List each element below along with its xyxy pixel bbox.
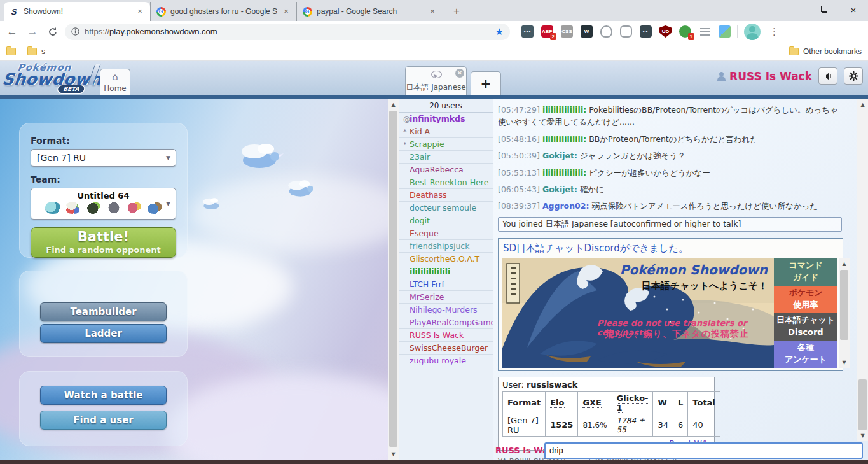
user-list-item[interactable]: MrSerize: [399, 291, 493, 304]
user-list-item[interactable]: 23air: [399, 151, 493, 164]
wave-banner-image: Pokémon Showdown 日本語チャットへようこそ！ Please do…: [502, 258, 774, 368]
address-bar[interactable]: https://play.pokemonshowdown.com ★: [65, 24, 510, 40]
message-text: 弱点保険バトンアメモース作ろうと思ったけど使い所なかった: [592, 201, 818, 211]
user-list-item[interactable]: *Scrappie: [399, 138, 493, 151]
extension-adblock-icon[interactable]: ABP2: [541, 25, 553, 38]
message-username[interactable]: ililililililili:: [542, 105, 586, 115]
profile-avatar[interactable]: [744, 24, 761, 40]
extension-panda-icon[interactable]: [620, 25, 632, 38]
extension-css-icon[interactable]: CSS: [561, 25, 573, 38]
bookmarks-bar: s Other bookmarks: [0, 42, 868, 61]
extension-dualdot-icon[interactable]: ••: [640, 25, 652, 38]
user-list-item[interactable]: friendshipsjuck: [399, 240, 493, 253]
banner-scrollbar[interactable]: ▲ ▼: [839, 258, 850, 368]
extension-oneclick-icon[interactable]: 1: [679, 25, 691, 38]
scroll-down-icon[interactable]: ▼: [839, 357, 850, 368]
battle-button[interactable]: Battle! Find a random opponent: [31, 227, 176, 258]
banner-button[interactable]: 日本語チャット Discord: [774, 313, 837, 341]
scroll-down-icon[interactable]: ▼: [857, 430, 868, 441]
user-list-item[interactable]: ililililililili: [399, 265, 493, 278]
user-list-item[interactable]: AquaRebecca: [399, 164, 493, 176]
discord-link[interactable]: SD日本語チャットDiscordができました。: [503, 243, 688, 255]
message-username[interactable]: Gokijet:: [542, 185, 577, 194]
banner-button[interactable]: コマンド ガイド: [774, 258, 837, 286]
close-button[interactable]: ×: [839, 0, 868, 19]
tab-close-icon[interactable]: ×: [135, 6, 145, 17]
home-scrollbar[interactable]: ▲ ▼: [388, 99, 399, 460]
user-list-item[interactable]: SwissCheeseBurger: [399, 342, 493, 355]
current-username[interactable]: RUSS Is Wack: [729, 70, 812, 83]
chat-input[interactable]: [544, 442, 863, 459]
browser-tab-showdown[interactable]: S Showdown! ×: [4, 2, 150, 21]
user-list-item[interactable]: @infinitymkds: [399, 113, 493, 125]
bookmark-star-icon[interactable]: ★: [495, 26, 504, 38]
user-list-item[interactable]: *Kid A: [399, 125, 493, 138]
user-list-item[interactable]: dogit: [399, 214, 493, 227]
restore-button[interactable]: [809, 0, 839, 19]
scroll-down-icon[interactable]: ▼: [388, 449, 399, 460]
showdown-header: Pokémon Showdown BETA ⌂ Home ✕ 日本語 Japan…: [0, 61, 868, 95]
extension-w-icon[interactable]: W: [581, 25, 593, 38]
bookmark-folder-s[interactable]: s: [27, 47, 45, 56]
scrollbar-thumb[interactable]: [840, 270, 848, 340]
ladder-button[interactable]: Ladder: [40, 324, 167, 343]
extension-dots-icon[interactable]: •••: [521, 25, 534, 38]
user-count[interactable]: 20 users: [399, 99, 493, 113]
reload-button[interactable]: [45, 24, 61, 40]
forward-icon: →: [27, 25, 38, 38]
user-name: RUSS Is Wack: [410, 330, 464, 340]
bookmark-folder-1[interactable]: [6, 48, 16, 55]
banner-button[interactable]: 各種 アンケート: [774, 341, 837, 368]
message-username[interactable]: Gokijet:: [542, 151, 577, 160]
teambuilder-button[interactable]: Teambuilder: [40, 302, 167, 321]
watch-battle-button[interactable]: Watch a battle: [40, 386, 167, 405]
new-room-button[interactable]: +: [471, 71, 501, 95]
scrollbar-thumb[interactable]: [858, 379, 867, 430]
browser-menu-icon[interactable]: ⋮: [764, 26, 784, 38]
other-bookmarks[interactable]: Other bookmarks: [780, 45, 862, 58]
extension-ublock-icon[interactable]: UD: [659, 25, 672, 38]
stat-losses: 6: [673, 414, 688, 436]
user-list-item[interactable]: zugubu royale: [399, 355, 493, 367]
tab-close-icon[interactable]: ×: [427, 6, 437, 17]
user-list-item[interactable]: GliscortheG.O.A.T: [399, 253, 493, 265]
browser-tab-google-search-1[interactable]: good ghosters for ru - Google Se ×: [150, 2, 296, 21]
scroll-up-icon[interactable]: ▲: [839, 258, 850, 269]
forward-button[interactable]: →: [24, 24, 41, 40]
back-button[interactable]: ←: [4, 24, 20, 40]
message-username[interactable]: Aggron02:: [542, 201, 589, 211]
tab-close-icon[interactable]: ×: [281, 6, 291, 17]
url-text[interactable]: https://play.pokemonshowdown.com: [85, 27, 490, 36]
user-list-item[interactable]: Nihilego-Murders: [399, 304, 493, 316]
back-icon: ←: [7, 25, 18, 38]
minimize-button[interactable]: [780, 0, 809, 19]
format-select[interactable]: [Gen 7] RU ▼: [31, 149, 176, 167]
tab-japanese-room[interactable]: ✕ 日本語 Japanese: [405, 66, 467, 95]
banner-button[interactable]: ポケモン 使用率: [774, 286, 837, 313]
browser-tab-google-search-2[interactable]: paypal - Google Search ×: [296, 2, 443, 21]
stats-username: russiswack: [527, 380, 577, 390]
user-list-item[interactable]: RUSS Is Wack: [399, 329, 493, 342]
scrollbar-thumb[interactable]: [389, 111, 397, 447]
user-list-item[interactable]: Eseque: [399, 227, 493, 240]
user-list-item[interactable]: docteur semoule: [399, 202, 493, 214]
chat-scrollbar[interactable]: ▲ ▼: [857, 99, 868, 441]
message-username[interactable]: ililililililili:: [542, 134, 586, 144]
user-list-item[interactable]: Best Renekton Here: [399, 176, 493, 189]
extension-lightbulb-icon[interactable]: [600, 25, 612, 38]
team-select[interactable]: Untitled 64 ▼: [31, 188, 176, 220]
extension-picture-icon[interactable]: [719, 25, 731, 38]
user-list-item[interactable]: Deathass: [399, 189, 493, 202]
scroll-up-icon[interactable]: ▲: [388, 99, 399, 110]
user-list-item[interactable]: PlayARealCompGame: [399, 316, 493, 329]
tab-home[interactable]: ⌂ Home: [100, 69, 130, 95]
extension-lines-icon[interactable]: [699, 25, 711, 38]
settings-button[interactable]: [844, 67, 863, 85]
new-tab-button[interactable]: +: [448, 3, 465, 20]
user-list-item[interactable]: LTCH Frrf: [399, 278, 493, 291]
message-username[interactable]: ililililililili:: [542, 168, 586, 178]
scroll-up-icon[interactable]: ▲: [857, 99, 868, 110]
find-user-button[interactable]: Find a user: [40, 411, 167, 430]
room-close-icon[interactable]: ✕: [455, 69, 464, 78]
sound-button[interactable]: [818, 67, 837, 85]
